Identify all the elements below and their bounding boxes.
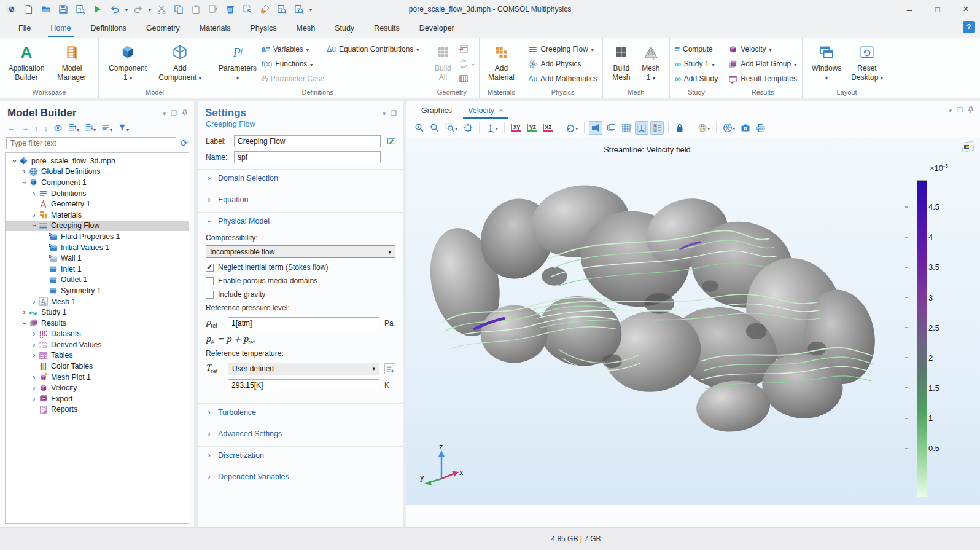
undo-icon[interactable]	[108, 2, 122, 16]
temperature-input[interactable]	[228, 379, 379, 391]
environment-toggle[interactable]	[604, 121, 618, 135]
pin-icon[interactable]	[968, 106, 974, 114]
tree-item[interactable]: Export	[6, 393, 189, 404]
tab-study[interactable]: Study	[333, 20, 356, 36]
cut-icon[interactable]	[155, 2, 168, 16]
move-up-icon[interactable]: ↑	[34, 124, 39, 133]
add-mathematics-button[interactable]: Add Mathematics	[528, 73, 597, 85]
checkbox-checked-icon[interactable]	[206, 264, 214, 272]
tab-developer[interactable]: Developer	[418, 20, 456, 36]
zoom-in-icon[interactable]	[413, 121, 426, 135]
print-icon[interactable]	[754, 121, 768, 135]
tab-mesh[interactable]: Mesh	[295, 20, 317, 36]
tree-item[interactable]: Symmetry 1	[6, 285, 189, 296]
velocity-plot-select[interactable]: Velocity	[728, 43, 797, 55]
refresh-icon[interactable]: ⟳	[180, 138, 188, 149]
zoom-out-icon[interactable]	[428, 121, 441, 135]
label-input[interactable]	[234, 135, 381, 147]
sync-parts-button[interactable]	[459, 58, 474, 70]
help-button[interactable]: ?	[963, 21, 975, 33]
view-xz-icon[interactable]: xz	[541, 121, 555, 135]
view-yz-icon[interactable]: yz	[525, 121, 539, 135]
move-down-icon[interactable]: ↓	[44, 124, 49, 133]
paste-icon[interactable]	[189, 2, 203, 16]
add-physics-button[interactable]: Add Physics	[528, 58, 597, 70]
maximize-button[interactable]	[924, 0, 952, 18]
result-templates-button[interactable]: Result Templates	[728, 73, 797, 85]
insert-sequence-button[interactable]	[459, 43, 474, 55]
tree-item[interactable]: Outlet 1	[6, 275, 189, 286]
checkbox-icon[interactable]	[206, 291, 214, 299]
zoom-extents-icon[interactable]	[461, 121, 475, 135]
minimize-button[interactable]	[895, 0, 924, 18]
panel-float-icon[interactable]	[957, 106, 963, 114]
tree-item[interactable]: Results	[6, 318, 189, 329]
compute-button[interactable]: Compute	[675, 43, 718, 55]
back-icon[interactable]: ←	[7, 124, 15, 133]
tab-materials[interactable]: Materials	[198, 20, 232, 36]
redo-icon[interactable]	[131, 2, 145, 16]
tree-item[interactable]: Definitions	[6, 188, 189, 199]
rename-icon[interactable]	[386, 136, 397, 147]
parameter-case-button[interactable]: Parameter Case	[262, 73, 324, 85]
undo-dropdown-icon[interactable]	[125, 5, 128, 14]
add-component-button[interactable]: Add Component	[154, 41, 206, 82]
tree-item[interactable]: pore_scale_flow_3d.mph	[6, 155, 189, 167]
tree-item[interactable]: Velocity	[6, 382, 189, 393]
tree-item-selected[interactable]: Creeping Flow	[6, 221, 189, 232]
tree-item[interactable]: Mesh Plot 1	[6, 372, 189, 383]
tree-item[interactable]: Datasets	[6, 329, 189, 340]
component-1-button[interactable]: Component 1	[104, 41, 152, 82]
filter-input[interactable]	[6, 137, 176, 149]
duplicate-icon[interactable]	[206, 2, 220, 16]
tree-item[interactable]: Tables	[6, 350, 189, 361]
image-snapshot-icon[interactable]	[721, 121, 737, 135]
panel-float-icon[interactable]	[391, 109, 397, 117]
measurements-button[interactable]	[459, 73, 474, 85]
camera-icon[interactable]	[739, 121, 752, 135]
section-dependent-variables[interactable]: Dependent Variables	[198, 468, 403, 485]
delete-icon[interactable]	[224, 2, 237, 16]
tab-file[interactable]: File	[17, 20, 32, 36]
equation-contributions-button[interactable]: Equation Contributions	[327, 43, 419, 55]
reset-desktop-button[interactable]: Reset Desktop	[848, 41, 886, 82]
application-builder-button[interactable]: A Application Builder	[5, 41, 48, 82]
build-mesh-button[interactable]: Build Mesh	[608, 41, 635, 82]
tree-item[interactable]: Mesh 1	[6, 296, 189, 307]
tree-item[interactable]: Fluid Properties 1	[6, 231, 189, 242]
zoom-selected-icon[interactable]	[275, 2, 289, 16]
tab-graphics[interactable]: Graphics	[415, 103, 458, 119]
comsol-logo-icon[interactable]	[5, 2, 18, 16]
panel-menu-icon[interactable]	[383, 109, 386, 117]
rotate-icon[interactable]	[564, 121, 580, 135]
open-file-icon[interactable]	[39, 2, 53, 16]
comsol-corner-logo-icon[interactable]	[960, 141, 975, 153]
view-xy-icon[interactable]: xy	[509, 121, 523, 135]
pin-icon[interactable]	[182, 109, 188, 117]
new-file-icon[interactable]	[22, 2, 36, 16]
zoom-box-icon[interactable]	[443, 121, 459, 135]
windows-button[interactable]: Windows	[807, 41, 846, 82]
close-button[interactable]	[952, 0, 980, 18]
functions-button[interactable]: Functions	[262, 58, 324, 70]
mesh-1-button[interactable]: Mesh 1	[637, 41, 664, 82]
ref-pressure-input[interactable]	[228, 317, 379, 329]
temperature-list-icon[interactable]	[384, 363, 395, 374]
section-physical-model[interactable]: Physical Model Compressibility: Incompre…	[198, 212, 403, 399]
tree-item[interactable]: Reports	[6, 404, 189, 415]
tab-geometry[interactable]: Geometry	[145, 20, 181, 36]
redo-dropdown-icon[interactable]	[149, 5, 151, 14]
section-domain-selection[interactable]: Domain Selection	[198, 169, 403, 187]
tree-item[interactable]: Global Definitions	[6, 167, 189, 178]
filter-icon[interactable]	[118, 123, 129, 133]
orientation-axes-toggle[interactable]	[635, 121, 648, 135]
tab-home[interactable]: Home	[49, 20, 72, 36]
tree-item[interactable]: Geometry 1	[6, 198, 189, 210]
grid-toggle[interactable]	[620, 121, 633, 135]
scene-light-toggle[interactable]	[589, 121, 602, 135]
add-plot-group-button[interactable]: Add Plot Group	[728, 58, 797, 70]
collapse-all-icon[interactable]	[68, 123, 79, 133]
section-discretization[interactable]: Discretization	[198, 446, 403, 464]
gravity-checkbox-row[interactable]: Include gravity	[206, 288, 395, 301]
save-as-icon[interactable]	[74, 2, 87, 16]
